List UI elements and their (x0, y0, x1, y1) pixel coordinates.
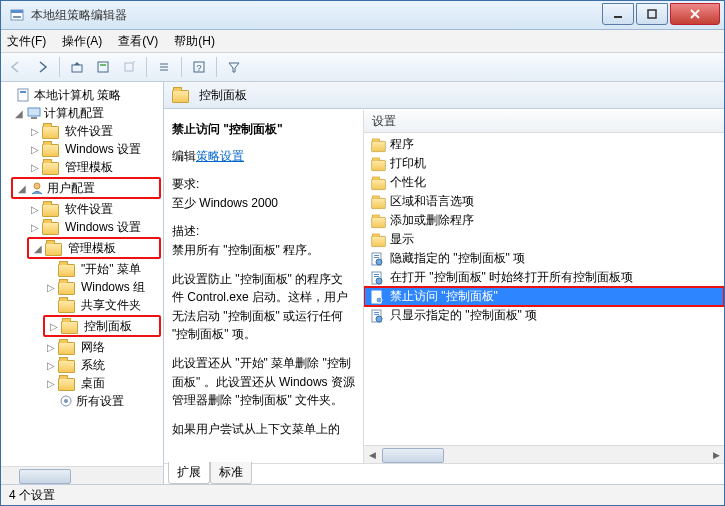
settings-item-label: 打印机 (390, 155, 426, 172)
desc-title: 禁止访问 "控制面板" (172, 120, 355, 139)
expand-icon[interactable]: ▷ (29, 204, 40, 215)
settings-item[interactable]: 区域和语言选项 (364, 192, 724, 211)
column-header[interactable]: 设置 (364, 110, 724, 133)
svg-rect-12 (20, 91, 26, 93)
svg-rect-20 (374, 257, 379, 258)
menu-action[interactable]: 操作(A) (62, 33, 102, 50)
tree-user-config[interactable]: ◢ 用户配置 (14, 179, 158, 197)
svg-rect-13 (28, 108, 40, 116)
desc-req-label: 要求: (172, 175, 355, 194)
export-button[interactable] (118, 56, 140, 78)
settings-item[interactable]: 程序 (364, 135, 724, 154)
policy-file-icon (370, 271, 384, 285)
tab-standard[interactable]: 标准 (210, 462, 252, 484)
svg-point-29 (376, 297, 382, 303)
settings-item-label: 显示 (390, 231, 414, 248)
expand-icon[interactable]: ▷ (45, 378, 56, 389)
svg-rect-24 (374, 276, 379, 277)
expand-icon[interactable]: ▷ (45, 282, 56, 293)
properties-button[interactable] (92, 56, 114, 78)
header-title: 控制面板 (199, 87, 247, 104)
tree-item[interactable]: 所有设置 (3, 392, 161, 410)
expand-icon[interactable]: ▷ (29, 162, 40, 173)
folder-icon (172, 90, 189, 103)
tree-item[interactable]: "开始" 菜单 (3, 260, 161, 278)
expand-icon[interactable]: ▷ (48, 321, 59, 332)
filter-button[interactable] (223, 56, 245, 78)
expand-icon[interactable]: ◢ (32, 243, 43, 254)
tree-item[interactable]: ▷软件设置 (3, 122, 161, 140)
expand-icon[interactable]: ▷ (29, 126, 40, 137)
menu-view[interactable]: 查看(V) (118, 33, 158, 50)
expand-icon[interactable]: ▷ (29, 222, 40, 233)
tree-item[interactable]: ▷软件设置 (3, 200, 161, 218)
scroll-right-icon[interactable]: ▶ (708, 447, 724, 462)
settings-item[interactable]: 添加或删除程序 (364, 211, 724, 230)
expand-icon[interactable]: ◢ (13, 108, 24, 119)
list-button[interactable] (153, 56, 175, 78)
policy-icon (16, 87, 32, 103)
expand-icon[interactable]: ▷ (45, 342, 56, 353)
tree-control-panel[interactable]: ▷控制面板 (46, 317, 158, 335)
settings-hscrollbar[interactable]: ◀ ▶ (364, 445, 724, 463)
settings-item-label: 个性化 (390, 174, 426, 191)
desc-req-value: 至少 Windows 2000 (172, 194, 355, 213)
tree-item[interactable]: ▷桌面 (3, 374, 161, 392)
user-icon (29, 180, 45, 196)
forward-button[interactable] (31, 56, 53, 78)
expand-icon[interactable]: ▷ (29, 144, 40, 155)
back-button[interactable] (5, 56, 27, 78)
scroll-left-icon[interactable]: ◀ (364, 447, 380, 462)
expand-icon[interactable]: ▷ (45, 360, 56, 371)
desc-p1: 禁用所有 "控制面板" 程序。 (172, 241, 355, 260)
scrollbar-thumb[interactable] (19, 469, 71, 484)
settings-item[interactable]: 禁止访问 "控制面板" (364, 287, 724, 306)
svg-rect-23 (374, 274, 379, 275)
tree-item[interactable]: ▷Windows 设置 (3, 140, 161, 158)
tree-admin-templates[interactable]: ◢管理模板 (30, 239, 158, 257)
menu-file[interactable]: 文件(F) (7, 33, 46, 50)
tree-hscrollbar[interactable] (1, 466, 163, 484)
policy-file-icon (370, 252, 384, 266)
settings-item[interactable]: 显示 (364, 230, 724, 249)
tree-item[interactable]: 共享文件夹 (3, 296, 161, 314)
settings-item[interactable]: 个性化 (364, 173, 724, 192)
folder-icon (370, 138, 384, 152)
settings-list[interactable]: 程序打印机个性化区域和语言选项添加或删除程序显示隐藏指定的 "控制面板" 项在打… (364, 133, 724, 445)
expand-icon[interactable]: ◢ (16, 183, 27, 194)
tab-extended[interactable]: 扩展 (168, 462, 210, 484)
tree-computer-config[interactable]: ◢ 计算机配置 (3, 104, 161, 122)
settings-item[interactable]: 在打开 "控制面板" 时始终打开所有控制面板项 (364, 268, 724, 287)
svg-rect-28 (374, 295, 379, 296)
close-button[interactable] (670, 3, 720, 25)
tree-pane[interactable]: 本地计算机 策略 ◢ 计算机配置 ▷软件设置 ▷Windows 设置 ▷管理模板… (1, 82, 163, 466)
settings-item[interactable]: 打印机 (364, 154, 724, 173)
folder-icon (58, 342, 75, 355)
app-icon (9, 7, 25, 23)
tree-item[interactable]: ▷Windows 设置 (3, 218, 161, 236)
settings-item-label: 区域和语言选项 (390, 193, 474, 210)
settings-item[interactable]: 只显示指定的 "控制面板" 项 (364, 306, 724, 325)
up-button[interactable] (66, 56, 88, 78)
svg-rect-27 (374, 293, 379, 294)
tree-item[interactable]: ▷Windows 组 (3, 278, 161, 296)
menu-help[interactable]: 帮助(H) (174, 33, 215, 50)
tree-item[interactable]: ▷网络 (3, 338, 161, 356)
settings-pane: 设置 程序打印机个性化区域和语言选项添加或删除程序显示隐藏指定的 "控制面板" … (364, 110, 724, 463)
svg-text:?: ? (197, 63, 202, 73)
folder-icon (370, 176, 384, 190)
tree-item[interactable]: ▷管理模板 (3, 158, 161, 176)
minimize-button[interactable] (602, 3, 634, 25)
settings-item[interactable]: 隐藏指定的 "控制面板" 项 (364, 249, 724, 268)
edit-policy-link[interactable]: 策略设置 (196, 149, 244, 163)
tree-root[interactable]: 本地计算机 策略 (3, 86, 161, 104)
folder-icon (42, 144, 59, 157)
maximize-button[interactable] (636, 3, 668, 25)
folder-icon (42, 162, 59, 175)
help-button[interactable]: ? (188, 56, 210, 78)
svg-rect-8 (125, 63, 133, 71)
svg-rect-5 (72, 65, 82, 72)
svg-rect-7 (100, 64, 106, 66)
tree-item[interactable]: ▷系统 (3, 356, 161, 374)
scrollbar-thumb[interactable] (382, 448, 444, 463)
